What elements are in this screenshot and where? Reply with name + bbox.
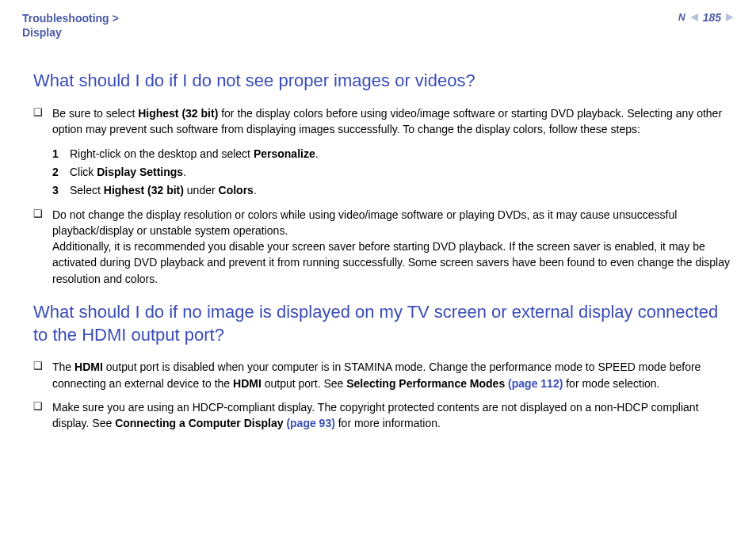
breadcrumb: Troubleshooting > Display [22, 11, 119, 40]
bullet-text: Be sure to select Highest (32 bit) for t… [52, 105, 734, 138]
page-content: What should I do if I do not see proper … [0, 46, 756, 431]
numbered-list: 1 Right-click on the desktop and select … [52, 146, 734, 199]
bullet-item: ❑ Make sure you are using an HDCP-compli… [33, 399, 734, 432]
bold-span: Highest (32 bit) [138, 107, 218, 120]
bold-span: HDMI [74, 360, 103, 373]
bullet-marker-icon: ❑ [33, 399, 52, 414]
text-span: under [184, 184, 219, 196]
text-span: . [254, 184, 257, 196]
text-span: Additionally, it is recommended you disa… [52, 240, 730, 285]
section-heading-2: What should I do if no image is displaye… [33, 301, 734, 346]
step-text: Right-click on the desktop and select Pe… [70, 146, 319, 162]
step-number: 2 [52, 164, 70, 181]
bullet-marker-icon: ❑ [33, 207, 52, 222]
bold-span: Personalize [254, 147, 315, 160]
list-item: 3 Select Highest (32 bit) under Colors. [52, 182, 734, 199]
page-link[interactable]: (page 93) [286, 417, 334, 429]
text-span: Right-click on the desktop and select [70, 147, 254, 160]
text-span: for mode selection. [563, 377, 659, 390]
text-span: Click [70, 166, 97, 178]
page-link[interactable]: (page 112) [508, 377, 563, 390]
step-number: 1 [52, 146, 70, 162]
page-navigator: N 185 [678, 11, 734, 24]
list-item: 2 Click Display Settings. [52, 164, 734, 181]
text-span: . [183, 166, 186, 178]
text-span: Select [70, 184, 104, 196]
n-label: N [678, 12, 685, 23]
list-item: 1 Right-click on the desktop and select … [52, 146, 734, 162]
text-span: for more information. [335, 417, 441, 429]
bold-span: Selecting Performance Modes [346, 377, 508, 390]
text-span: Do not change the display resolution or … [52, 208, 677, 237]
section-heading-1: What should I do if I do not see proper … [33, 70, 734, 93]
step-number: 3 [52, 182, 70, 199]
bold-span: Colors [219, 184, 254, 196]
bullet-marker-icon: ❑ [33, 359, 52, 374]
text-span: . [315, 147, 319, 160]
next-page-arrow-icon[interactable] [726, 13, 734, 21]
bullet-text: Make sure you are using an HDCP-complian… [52, 399, 734, 432]
step-text: Select Highest (32 bit) under Colors. [70, 182, 257, 199]
page-number: 185 [703, 11, 721, 24]
bold-span: HDMI [233, 377, 262, 390]
text-span: Be sure to select [52, 107, 138, 120]
bullet-item: ❑ Be sure to select Highest (32 bit) for… [33, 105, 734, 138]
bullet-item: ❑ Do not change the display resolution o… [33, 207, 734, 287]
bullet-text: Do not change the display resolution or … [52, 207, 734, 287]
bullet-marker-icon: ❑ [33, 105, 52, 120]
page-header: Troubleshooting > Display N 185 [0, 0, 756, 46]
bold-span: Display Settings [97, 166, 183, 178]
bold-span: Highest (32 bit) [104, 184, 184, 196]
bold-span: Connecting a Computer Display [115, 417, 286, 429]
breadcrumb-line1: Troubleshooting > [22, 11, 119, 25]
text-span: output port. See [262, 377, 346, 390]
prev-page-arrow-icon[interactable] [690, 13, 698, 21]
step-text: Click Display Settings. [70, 164, 186, 181]
text-span: The [52, 360, 74, 373]
bullet-item: ❑ The HDMI output port is disabled when … [33, 359, 734, 391]
breadcrumb-line2: Display [22, 25, 119, 40]
bullet-text: The HDMI output port is disabled when yo… [52, 359, 734, 391]
